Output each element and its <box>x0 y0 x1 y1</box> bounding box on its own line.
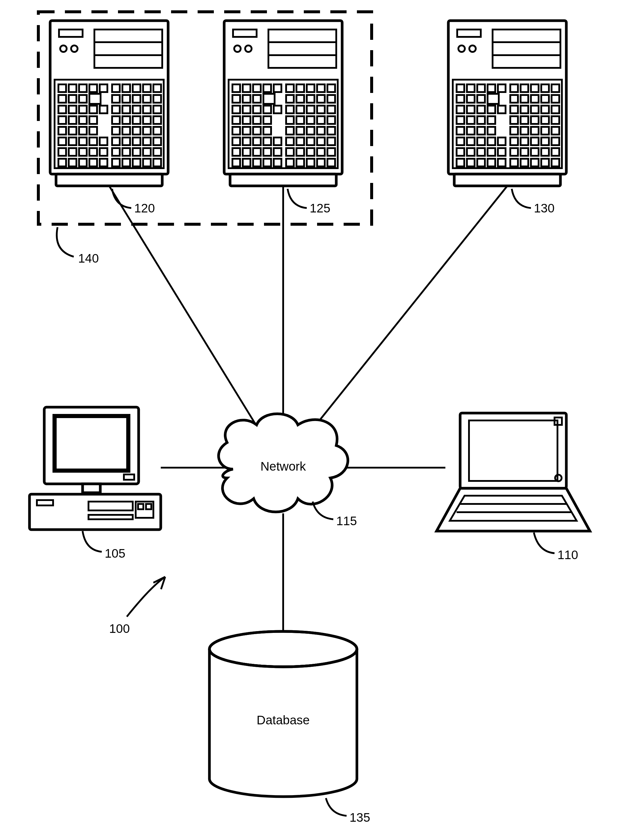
svg-rect-95 <box>83 484 100 493</box>
network-cloud-icon: Network <box>218 414 348 512</box>
ref-140: 140 <box>78 251 99 265</box>
server-b-icon <box>224 21 342 186</box>
desktop-pc-icon <box>30 407 161 530</box>
server-c-icon <box>448 21 566 186</box>
laptop-icon <box>436 413 590 531</box>
network-topology-diagram: Network Database <box>0 0 620 840</box>
ref-115: 115 <box>336 514 357 528</box>
database-icon: Database <box>209 631 357 796</box>
ref-100: 100 <box>109 622 130 635</box>
database-label: Database <box>257 713 310 727</box>
ref-125: 125 <box>310 201 330 215</box>
svg-line-86 <box>109 186 260 431</box>
ref-120: 120 <box>134 201 155 215</box>
svg-line-88 <box>311 186 507 431</box>
svg-rect-103 <box>460 413 566 488</box>
ref-135: 135 <box>349 810 370 824</box>
ref-130: 130 <box>534 201 555 215</box>
ref-110: 110 <box>557 548 578 562</box>
server-a-icon <box>50 21 168 186</box>
network-label: Network <box>260 459 306 473</box>
connections <box>109 186 507 640</box>
ref-105: 105 <box>105 546 125 560</box>
